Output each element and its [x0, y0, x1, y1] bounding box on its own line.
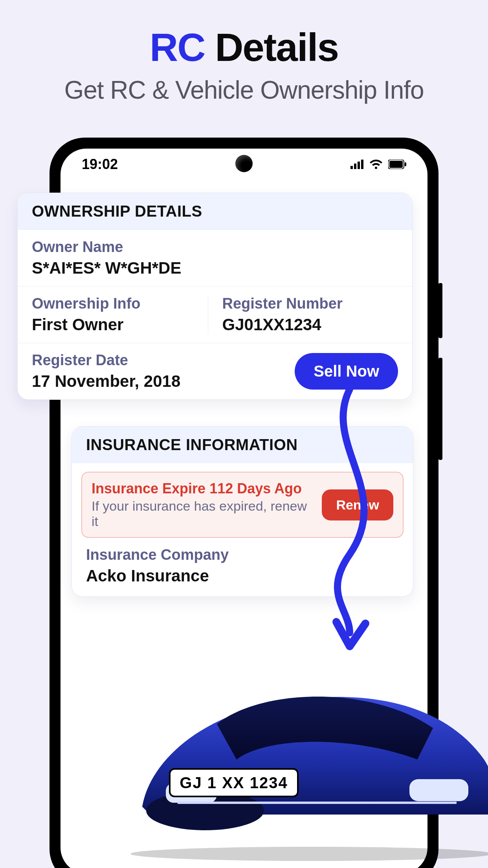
ownership-card: OWNERSHIP DETAILS Owner Name S*AI*ES* W*… — [17, 193, 413, 400]
ownership-info-label: Ownership Info — [32, 295, 208, 312]
insurance-expired-sub: If your insurance has expired, renew it — [92, 498, 314, 529]
phone-side-button — [438, 283, 442, 338]
license-plate: GJ 1 XX 1234 — [169, 768, 299, 797]
ownership-heading: OWNERSHIP DETAILS — [18, 193, 412, 230]
svg-rect-1 — [354, 164, 356, 169]
cellular-icon — [350, 160, 364, 169]
page-title-accent: RC — [150, 25, 205, 69]
owner-name-value: S*AI*ES* W*GH*DE — [32, 259, 398, 278]
ownership-info-value: First Owner — [32, 315, 208, 334]
page-title: RC Details — [0, 28, 488, 67]
page-title-rest: Details — [205, 25, 338, 69]
status-time: 19:02 — [82, 156, 118, 173]
phone-side-button — [438, 358, 442, 460]
insurance-company-value: Acko Insurance — [86, 566, 399, 585]
renew-button[interactable]: Renew — [322, 489, 393, 520]
insurance-company-label: Insurance Company — [86, 546, 399, 563]
register-number-label: Register Number — [222, 295, 398, 312]
svg-rect-6 — [405, 162, 406, 166]
page-subtitle: Get RC & Vehicle Ownership Info — [0, 75, 488, 105]
svg-rect-0 — [350, 166, 353, 169]
insurance-card: INSURANCE INFORMATION Insurance Expire 1… — [72, 426, 413, 597]
register-number-value: GJ01XX1234 — [222, 315, 398, 334]
register-date-value: 17 November, 2018 — [32, 372, 180, 391]
wifi-icon — [369, 160, 383, 169]
svg-rect-5 — [389, 161, 403, 168]
insurance-expired-title: Insurance Expire 112 Days Ago — [92, 480, 314, 497]
insurance-expired-box: Insurance Expire 112 Days Ago If your in… — [81, 472, 404, 538]
battery-icon — [388, 160, 406, 169]
owner-name-label: Owner Name — [32, 239, 398, 256]
sell-now-button[interactable]: Sell Now — [295, 353, 398, 390]
register-date-label: Register Date — [32, 352, 180, 369]
svg-rect-2 — [358, 162, 360, 169]
camera-notch — [235, 155, 253, 172]
status-icons — [350, 160, 406, 169]
svg-rect-3 — [361, 160, 363, 169]
insurance-heading: INSURANCE INFORMATION — [72, 427, 413, 463]
